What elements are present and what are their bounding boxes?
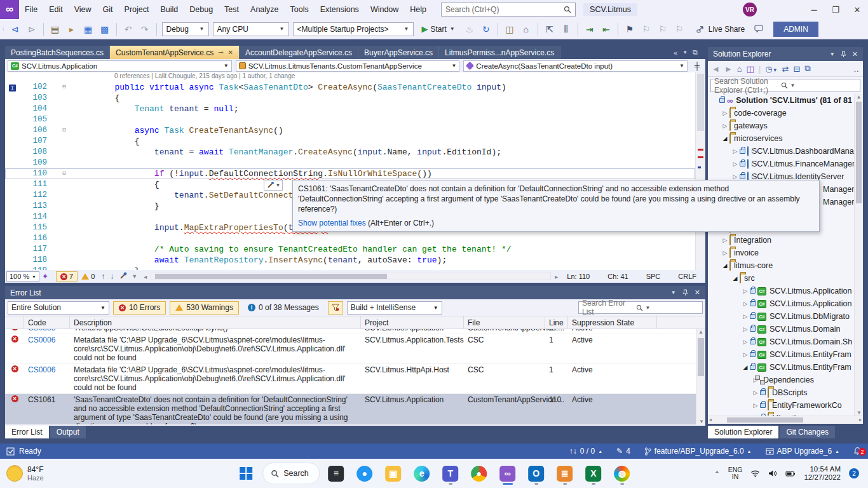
toolbar-grip[interactable]: ⁞: [3, 26, 5, 32]
document-tab[interactable]: BuyerAppService.cs: [358, 46, 439, 59]
menu-view[interactable]: View: [69, 0, 97, 19]
current-repo-button[interactable]: ABP Upgrade_6▲: [766, 447, 839, 456]
panel-close-icon[interactable]: ✕: [695, 288, 700, 297]
tree-expander-icon[interactable]: ◢: [731, 275, 740, 281]
menu-analyze[interactable]: Analyze: [245, 0, 284, 19]
quick-actions-button[interactable]: ▼: [264, 180, 283, 191]
scrollbar-thumb[interactable]: [697, 74, 704, 131]
line-structure-icon[interactable]: ⫼: [559, 22, 574, 37]
se-switch-views-icon[interactable]: ◫: [747, 64, 754, 74]
volume-icon[interactable]: [768, 470, 777, 477]
panel-close-icon[interactable]: ✕: [852, 50, 858, 58]
wifi-icon[interactable]: [750, 470, 760, 477]
tree-item[interactable]: ▷C#SCV.Litmus.Application: [708, 297, 863, 310]
editor-errors-indicator[interactable]: ✕ 7: [56, 271, 78, 281]
tree-expander-icon[interactable]: ▷: [721, 237, 729, 243]
code-line[interactable]: 118 await TenantRepository.InsertAsync(t…: [5, 255, 695, 266]
debug-config-dropdown[interactable]: Debug▼: [162, 22, 209, 36]
feedback-icon[interactable]: [751, 22, 766, 37]
code-line[interactable]: 104 Tenant tenant = null;: [5, 104, 695, 114]
error-list-search-input[interactable]: Search Error List ▼: [578, 301, 703, 314]
se-properties-icon[interactable]: ⧉: [804, 64, 810, 74]
tree-item[interactable]: ▷C#SCV.Litmus.Domain: [708, 323, 863, 336]
error-list-scroll-thumb[interactable]: [698, 338, 704, 376]
editor-health-icon[interactable]: ✦: [42, 272, 48, 281]
fold-marker[interactable]: ⊟: [55, 168, 74, 179]
column-header-line[interactable]: Line: [545, 316, 568, 329]
menu-project[interactable]: Project: [119, 0, 155, 19]
tree-item[interactable]: ▷C#SCV.Litmus.Application: [708, 285, 863, 297]
clock-widget[interactable]: 10:54 AM 12/27/2022: [804, 465, 841, 482]
member-dropdown[interactable]: CreateAsync(SaasTenantCreateDto input)▼: [463, 60, 688, 72]
column-header-file[interactable]: File: [464, 316, 545, 329]
battery-icon[interactable]: [785, 470, 796, 477]
tree-item[interactable]: ◢C#SCV.Litmus.EntityFram: [708, 361, 863, 374]
windows-start-icon[interactable]: [234, 461, 258, 485]
minimize-button[interactable]: ─: [803, 0, 825, 19]
taskbar-search-pill[interactable]: Search: [262, 463, 320, 484]
error-list-scrollbar[interactable]: ▲▼: [696, 329, 705, 424]
hscroll-thumb[interactable]: [155, 274, 386, 279]
tree-expander-icon[interactable]: ▷: [741, 301, 750, 307]
zoom-level-dropdown[interactable]: 100 %▼: [6, 271, 39, 281]
tree-item[interactable]: ▷SCV.Litmus.FinanceManagem: [708, 158, 863, 170]
redo-icon[interactable]: ↷: [137, 22, 153, 37]
edge-icon[interactable]: e: [410, 461, 434, 485]
quick-search-input[interactable]: Search (Ctrl+Q): [441, 3, 576, 17]
bookmark-clear-icon[interactable]: ⚐: [672, 22, 687, 37]
error-code[interactable]: CS0535: [24, 329, 70, 334]
tree-item[interactable]: ▷Dependencies: [708, 374, 863, 386]
code-line[interactable]: I102⊟ public virtual async Task<SaasTena…: [5, 82, 695, 93]
code-fix-icon[interactable]: [119, 271, 128, 281]
menu-build[interactable]: Build: [154, 0, 184, 19]
hidden-icons-chevron[interactable]: ⌃: [714, 470, 719, 477]
platform-dropdown[interactable]: Any CPU▼: [213, 22, 289, 36]
find-in-files-icon[interactable]: ◫: [502, 22, 517, 37]
save-icon[interactable]: ▦: [81, 22, 96, 37]
build-intellisense-dropdown[interactable]: Build + IntelliSense▼: [347, 301, 442, 315]
tree-expander-icon[interactable]: ▷: [741, 351, 750, 358]
codelens-info[interactable]: 0 references | Lalit Chougule, 215 days …: [114, 72, 295, 81]
file-explorer-icon[interactable]: ▣: [381, 461, 405, 485]
code-line[interactable]: 109: [5, 158, 695, 168]
tree-item[interactable]: ▷C#SCV.Litmus.EntityFram: [708, 348, 863, 361]
notification-center-badge[interactable]: 2: [849, 468, 859, 478]
menu-test[interactable]: Test: [219, 0, 245, 19]
solution-tree-hscrollbar[interactable]: ◂ ▸: [708, 416, 863, 424]
photos-app-icon[interactable]: ◍: [610, 461, 634, 485]
menu-debug[interactable]: Debug: [184, 0, 219, 19]
se-sync-icon[interactable]: ⇄: [782, 64, 789, 74]
pin-icon[interactable]: [682, 289, 688, 296]
code-editor[interactable]: 0 references | Lalit Chougule, 215 days …: [5, 72, 705, 270]
error-code[interactable]: CS0006: [24, 334, 70, 346]
weather-widget[interactable]: 84°F Haze: [0, 465, 153, 482]
solution-tree-scrollbar[interactable]: ▲▼: [854, 94, 863, 416]
tree-expander-icon[interactable]: ▷: [721, 123, 729, 129]
close-tab-icon[interactable]: ✕: [228, 49, 233, 56]
indent-more-icon[interactable]: ⇥: [582, 22, 597, 37]
tree-expander-icon[interactable]: ▷: [751, 390, 760, 396]
tree-item[interactable]: ▷EntityFrameworkCo: [708, 399, 863, 412]
language-indicator[interactable]: ENGIN: [728, 466, 743, 480]
panel-menu-icon[interactable]: ▼: [671, 290, 676, 295]
tree-expander-icon[interactable]: ▷: [751, 402, 760, 409]
menu-help[interactable]: Help: [404, 0, 432, 19]
tree-item[interactable]: ▷Integration: [708, 234, 863, 247]
new-project-icon[interactable]: ▤: [48, 22, 63, 37]
code-line[interactable]: 108 tenant = await TenantManager.CreateA…: [5, 147, 695, 158]
startup-project-dropdown[interactable]: <Multiple Startup Projects>▼: [293, 22, 414, 36]
start-debug-button[interactable]: ▶ Start ▼: [418, 23, 459, 35]
type-dropdown[interactable]: SCV.Litmus.LitmusTenants.CustomTenantApp…: [236, 60, 460, 72]
se-forward-icon[interactable]: ►: [724, 64, 733, 74]
error-row[interactable]: ✕CS0006Metadata file 'C:\ABP Upgrade_6\S…: [5, 334, 705, 364]
outlook-icon[interactable]: O: [524, 461, 548, 485]
eol-indicator[interactable]: CRLF: [678, 273, 696, 280]
admin-button[interactable]: ADMIN: [773, 22, 818, 37]
hscroll-right-icon[interactable]: ▸: [555, 273, 558, 280]
error-row[interactable]: ✕CS0006Metadata file 'C:\ABP Upgrade_6\S…: [5, 364, 705, 394]
column-header-suppression-state[interactable]: Suppression State: [568, 316, 657, 329]
fold-marker[interactable]: ⊟: [55, 82, 74, 93]
tree-expander-icon[interactable]: ◢: [721, 135, 729, 142]
nav-forward-icon[interactable]: ⊳: [24, 22, 39, 37]
chrome-icon[interactable]: ●: [467, 461, 491, 485]
